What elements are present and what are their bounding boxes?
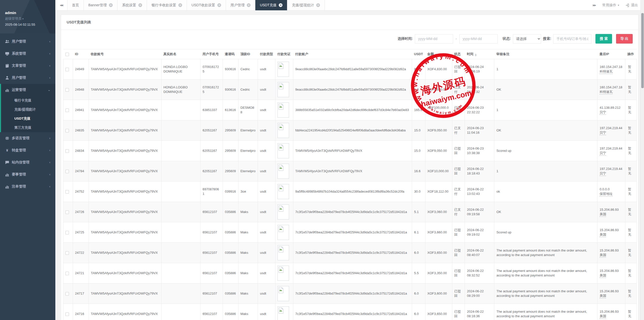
tab-close-icon[interactable]: ✕ [247, 3, 251, 7]
cell-status: 已驳回 [452, 100, 465, 120]
user-role-dropdown[interactable]: 超级管理员 ▾ [5, 16, 50, 21]
end-date-input[interactable] [459, 34, 498, 44]
quick-operations-menu[interactable]: 常用操作 ▾ [602, 3, 619, 8]
cell-amount: XOF100,000.00 [425, 100, 452, 120]
tab-close-icon[interactable]: ✕ [316, 3, 320, 7]
row-checkbox[interactable] [65, 149, 69, 153]
scrollbar-thumb[interactable] [641, 13, 644, 88]
row-checkbox[interactable] [65, 231, 69, 234]
cell-usdt: 165.6 [412, 100, 425, 120]
sidebar-item-转盘管理[interactable]: ¥转盘管理‹ [0, 144, 55, 156]
payment-proof-image[interactable] [277, 306, 289, 320]
payment-proof-image[interactable] [277, 123, 289, 138]
column-header-amount[interactable]: 金额 [425, 49, 452, 59]
payment-proof-image[interactable] [277, 204, 289, 220]
tab-close-icon[interactable]: ✕ [217, 3, 221, 7]
chat-icon [5, 160, 9, 164]
cell-usdt: 8.0 [412, 80, 425, 100]
payment-proof-image[interactable] [277, 143, 289, 158]
table-row: 24716TAMVW5AfyoA3nT3QzkifVRFUrDWFQy79VX6… [63, 304, 637, 320]
tab-用户管理[interactable]: 用户管理✕ [226, 0, 255, 10]
cell-phone: 0709161725 [200, 59, 223, 80]
cell-receive-account: TAMVW5AfyoA3nT3QzkifVRFUrDWFQy79VX [89, 80, 161, 100]
sidebar-item-label: 系统管理 [12, 51, 26, 56]
row-checkbox[interactable] [65, 312, 69, 316]
tab-银行卡收款设置[interactable]: 银行卡收款设置✕ [147, 0, 187, 10]
export-button[interactable]: 导 出 [616, 34, 633, 44]
cell-last-ip: 15.204.86.93美国 [597, 283, 625, 304]
payment-proof-image[interactable] [277, 225, 289, 240]
cell-remark: Scored up [494, 222, 597, 243]
row-checkbox[interactable] [65, 210, 69, 214]
sidebar-subitem-USDT充值[interactable]: USDT充值 [1, 114, 55, 123]
row-checkbox[interactable] [65, 170, 69, 173]
row-checkbox[interactable] [65, 190, 69, 194]
tab-close-icon[interactable]: ✕ [279, 3, 283, 7]
tab-close-icon[interactable]: ✕ [178, 3, 182, 7]
cell-pay-account: 7c3f1e57de9f0bea2284bd79ed78cb4f25f44c3d… [293, 243, 412, 263]
payment-proof-image[interactable] [277, 62, 289, 77]
sidebar-item-用户管理[interactable]: 用户管理‹ [0, 72, 55, 84]
sidebar-item-赛事管理[interactable]: 赛事管理‹ [0, 168, 55, 181]
row-checkbox[interactable] [65, 68, 69, 71]
cell-real-name [161, 141, 200, 161]
payment-proof-image[interactable] [277, 245, 289, 260]
cell-action: 暂无 [625, 120, 637, 141]
payment-proof-image[interactable] [277, 82, 289, 97]
payment-proof-image[interactable] [277, 286, 289, 301]
tab-close-icon[interactable]: ✕ [109, 3, 113, 7]
payment-proof-image[interactable] [277, 266, 289, 281]
cell-top-id: Maks [238, 243, 258, 263]
cell-action: 暂无 [625, 141, 637, 161]
row-checkbox[interactable] [65, 129, 69, 132]
sidebar-item-文章管理[interactable]: 文章管理‹ [0, 60, 55, 72]
sidebar-item-系统管理[interactable]: 系统管理‹ [0, 48, 55, 60]
search-input[interactable] [553, 34, 591, 44]
filter-toolbar: 选择时间: - 状态: 请选择 搜索: 搜 索 导 出 [61, 30, 638, 47]
sidebar-item-站内信管理[interactable]: 站内信管理‹ [0, 156, 55, 168]
cell-invite-code: 035886 [223, 222, 238, 243]
cell-last-ip: 0.0.0.0保留地址 [597, 182, 625, 202]
table-row: 24725TAMVW5AfyoA3nT3QzkifVRFUrDWFQy79VX6… [63, 222, 637, 243]
row-checkbox[interactable] [65, 272, 69, 275]
payment-proof-image[interactable] [277, 164, 289, 179]
tab-close-icon[interactable]: ✕ [138, 3, 142, 7]
column-label: 付款凭证 [277, 52, 291, 56]
logout-button[interactable]: 退出 [626, 3, 638, 8]
tabs-scroll-right-button[interactable]: ▶▶ [593, 4, 596, 7]
tab-首页[interactable]: 首页 [67, 0, 84, 10]
sidebar-item-多语言管理[interactable]: 多语言管理‹ [0, 132, 55, 144]
status-filter-label: 状态: [503, 37, 511, 41]
sidebar-item-用户管理[interactable]: 用户管理‹ [0, 35, 55, 48]
cell-time: 2024-06-22 18:18:43 [465, 161, 494, 182]
cell-pay-account: 9a5ff8c48985b48fd7b104da324a8554c238fade… [293, 182, 412, 202]
row-checkbox[interactable] [65, 88, 69, 92]
search-button[interactable]: 搜 索 [595, 34, 612, 44]
row-checkbox[interactable] [65, 251, 69, 255]
tabs-scroll-left-button[interactable]: ◀◀ [55, 0, 67, 10]
sidebar-item-注单管理[interactable]: 注单管理‹ [0, 181, 55, 193]
row-checkbox[interactable] [65, 292, 69, 296]
tab-Banner管理[interactable]: Banner管理✕ [84, 0, 117, 10]
sort-icon[interactable] [475, 54, 477, 56]
start-date-input[interactable] [415, 34, 453, 44]
payment-proof-image[interactable] [277, 184, 289, 199]
sidebar-subitem-充值/提现统计[interactable]: 充值/提现统计 [1, 105, 55, 114]
sidebar-subitem-银行卡充值[interactable]: 银行卡充值 [1, 96, 55, 105]
row-checkbox[interactable] [65, 109, 69, 112]
tab-label: 首页 [72, 3, 79, 8]
sidebar-subitem-第三方充值[interactable]: 第三方充值 [1, 123, 55, 132]
tab-USDT收款设置[interactable]: USDT收款设置✕ [187, 0, 226, 10]
cell-amount: XOF10,000.00 [425, 161, 452, 182]
column-header-time[interactable]: 时间 [465, 49, 494, 59]
cell-action: 暂无 [625, 304, 637, 320]
select-all-checkbox[interactable] [65, 53, 69, 56]
sort-icon[interactable] [435, 54, 437, 56]
sidebar-item-运营管理[interactable]: 运营管理⌄ [1, 84, 55, 96]
tab-充值/提现统计[interactable]: 充值/提现统计✕ [287, 0, 325, 10]
tab-USDT充值[interactable]: USDT充值✕ [255, 0, 287, 10]
cell-last-ip: 197.234.219.44贝宁 [597, 141, 625, 161]
status-select[interactable]: 请选择 [513, 34, 541, 44]
tab-系统设置[interactable]: 系统设置✕ [117, 0, 147, 10]
payment-proof-image[interactable] [277, 102, 289, 118]
